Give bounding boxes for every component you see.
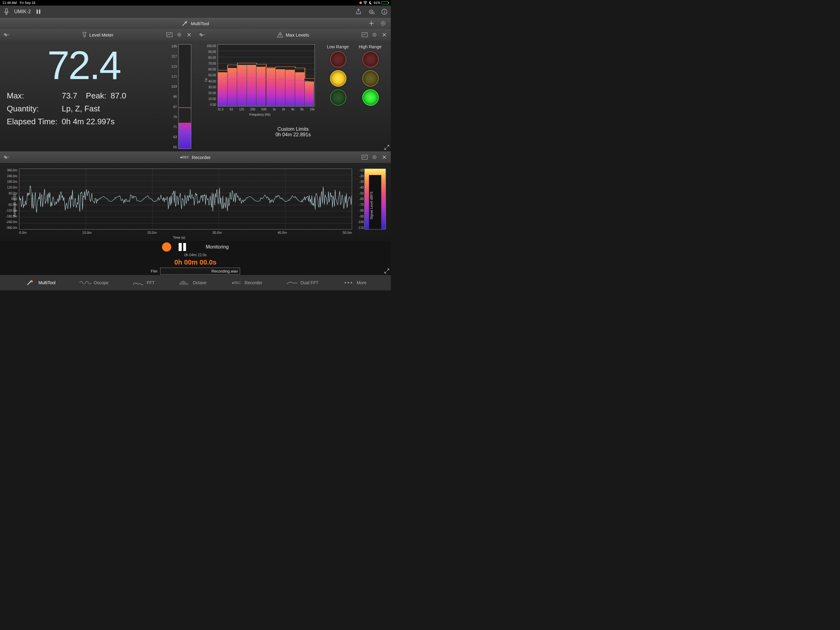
- close-panel-icon[interactable]: [381, 32, 388, 38]
- low-green-light: [330, 89, 346, 106]
- warning-icon: [277, 32, 283, 38]
- panel-title: Max Levels: [286, 32, 309, 38]
- svg-point-10: [381, 22, 385, 25]
- tab-fft[interactable]: FFT: [133, 279, 155, 286]
- vertical-level-meter: 135127119111103958779716355: [170, 44, 191, 149]
- record-button[interactable]: [162, 242, 171, 252]
- status-date: Fri Sep 16: [20, 1, 35, 5]
- panel-title: Level Meter: [90, 32, 114, 38]
- expand-icon[interactable]: [384, 144, 390, 150]
- level-meter-icon: [82, 32, 87, 38]
- close-panel-icon[interactable]: [381, 154, 388, 161]
- level-meter-header: Level Meter: [0, 29, 196, 41]
- battery-icon: [382, 1, 388, 4]
- svg-point-22: [374, 157, 375, 158]
- pause-icon[interactable]: [35, 8, 42, 15]
- multitool-icon: [24, 279, 36, 286]
- waveform-chart: 300.0m240.0m180.0m120.0m60.0m0.00-60.0m-…: [5, 167, 353, 240]
- svg-point-21: [373, 156, 376, 159]
- chart-toggle-icon[interactable]: [166, 32, 173, 38]
- svg-point-4: [369, 10, 373, 14]
- custom-limits-label: Custom Limits: [200, 127, 387, 132]
- microphone-name[interactable]: UMIK-2: [14, 9, 31, 14]
- tab-oscope[interactable]: Oscope: [80, 279, 109, 286]
- tab-octave[interactable]: Octave: [178, 279, 206, 286]
- level-meter-panel: Level Meter 72.4 Max:73.7 Peak:87.0 Quan…: [0, 29, 196, 151]
- svg-point-14: [178, 34, 180, 35]
- signal-icon[interactable]: [199, 32, 205, 38]
- svg-point-45: [344, 282, 346, 283]
- meter-info-table: Max:73.7 Peak:87.0 Quantity:Lp, Z, Fast …: [6, 89, 135, 128]
- panel-title: Recorder: [192, 155, 211, 160]
- oscope-icon: [80, 279, 91, 286]
- recording-indicator-dot: [359, 2, 362, 4]
- wifi-icon: [363, 1, 368, 5]
- max-levels-panel: Max Levels 100.0090.0080.0070.0060.0050.…: [196, 29, 391, 151]
- recorder-time: 0h 00m 00.0s: [174, 258, 216, 266]
- panel-gear-icon[interactable]: [176, 32, 183, 38]
- svg-rect-17: [362, 33, 368, 37]
- recorder-icon: ●REC: [231, 279, 242, 286]
- max-levels-chart: 100.0090.0080.0070.0060.0050.0040.0030.0…: [205, 44, 316, 112]
- status-bar: 11:48 AM Fri Sep 16 91%: [0, 0, 391, 6]
- battery-percentage: 91%: [374, 1, 381, 5]
- bottom-tab-bar: MultiTool Oscope FFT Octave ●REC Recorde…: [0, 275, 391, 290]
- octave-icon: [178, 279, 190, 286]
- multitool-app-icon: [182, 20, 188, 27]
- signal-icon[interactable]: [3, 32, 10, 38]
- svg-rect-2: [36, 9, 38, 14]
- microphone-icon[interactable]: [3, 8, 10, 15]
- svg-point-11: [382, 23, 384, 24]
- settings-gear-icon[interactable]: [368, 8, 375, 15]
- tab-multitool[interactable]: MultiTool: [24, 279, 55, 286]
- recorder-elapsed: 0h 04m 22.0s: [184, 253, 207, 257]
- app-settings-icon[interactable]: [380, 20, 387, 27]
- share-icon[interactable]: [355, 8, 362, 15]
- fft-icon: [133, 279, 144, 286]
- recorder-panel: ●REC Recorder 300.0m240.0m180.0m120.0m60…: [0, 151, 391, 275]
- max-levels-time: 0h 04m 22.891s: [200, 132, 387, 138]
- filename-input[interactable]: [160, 268, 240, 275]
- panel-gear-icon[interactable]: [371, 154, 378, 161]
- recorder-status: Monitoring: [206, 244, 229, 250]
- info-icon[interactable]: [381, 8, 388, 15]
- chart-toggle-icon[interactable]: [361, 32, 368, 38]
- high-yellow-light: [362, 70, 379, 87]
- svg-rect-3: [39, 9, 40, 14]
- expand-icon[interactable]: [384, 268, 390, 274]
- app-title: MultiTool: [191, 21, 209, 26]
- high-green-light: [362, 89, 379, 106]
- panel-gear-icon[interactable]: [371, 32, 378, 38]
- moon-icon: [369, 1, 373, 5]
- dbfs-meter: -10-20-30-40-50-60-70-80-90-100-110 Sign…: [357, 167, 386, 240]
- svg-rect-20: [362, 155, 368, 159]
- low-red-light: [330, 51, 346, 68]
- svg-point-13: [177, 33, 181, 36]
- more-icon: [343, 279, 354, 286]
- svg-point-18: [373, 33, 376, 36]
- status-time: 11:48 AM: [2, 1, 17, 5]
- tab-dualfft[interactable]: Dual FFT: [286, 279, 318, 286]
- low-range-label: Low Range: [327, 44, 349, 49]
- recorder-header: ●REC Recorder: [0, 151, 391, 163]
- svg-point-5: [371, 11, 372, 13]
- add-panel-icon[interactable]: [368, 20, 375, 27]
- range-lights: Low Range High Range: [322, 44, 387, 123]
- spl-value: 72.4: [47, 44, 135, 86]
- chart-toggle-icon[interactable]: [361, 154, 368, 161]
- svg-point-8: [384, 10, 385, 11]
- file-label: File:: [151, 269, 158, 274]
- device-toolbar: UMIK-2: [0, 6, 391, 18]
- tab-recorder[interactable]: ●REC Recorder: [231, 279, 262, 286]
- signal-icon[interactable]: [3, 154, 10, 161]
- svg-rect-12: [167, 33, 172, 37]
- pause-button[interactable]: [178, 243, 186, 251]
- svg-point-0: [365, 4, 366, 5]
- svg-rect-9: [384, 11, 385, 13]
- low-yellow-light: [330, 70, 346, 87]
- rec-badge: ●REC: [180, 155, 189, 159]
- svg-rect-15: [280, 34, 281, 35]
- top-panels: Level Meter 72.4 Max:73.7 Peak:87.0 Quan…: [0, 29, 391, 151]
- close-panel-icon[interactable]: [186, 32, 193, 38]
- tab-more[interactable]: More: [343, 279, 366, 286]
